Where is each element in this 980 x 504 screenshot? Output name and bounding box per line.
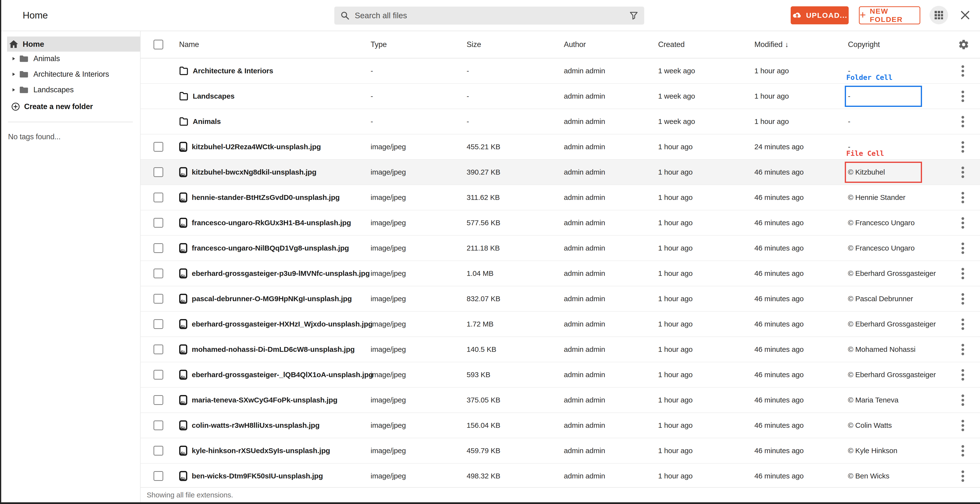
table-row[interactable]: ben-wicks-Dtm9FK50sIU-unsplash.jpg image…	[141, 464, 980, 487]
row-checkbox[interactable]	[154, 243, 163, 253]
kebab-menu-icon[interactable]	[960, 165, 966, 179]
kebab-menu-icon[interactable]	[960, 418, 966, 433]
kebab-menu-icon[interactable]	[960, 444, 966, 458]
kebab-menu-icon[interactable]	[960, 266, 966, 281]
kebab-menu-icon[interactable]	[960, 317, 966, 331]
sidebar-item-animals[interactable]: Animals	[1, 51, 140, 67]
row-name[interactable]: eberhard-grossgasteiger-HXHzI_Wjxdo-unsp…	[192, 320, 372, 328]
kebab-menu-icon[interactable]	[960, 140, 966, 154]
kebab-menu-icon[interactable]	[960, 190, 966, 205]
create-new-folder-button[interactable]: Create a new folder	[1, 99, 140, 114]
column-header-name[interactable]: Name	[179, 31, 371, 58]
table-row[interactable]: eberhard-grossgasteiger-HXHzI_Wjxdo-unsp…	[141, 312, 980, 337]
row-name[interactable]: kitzbuhel-bwcxNg8dkil-unsplash.jpg	[192, 168, 317, 176]
table-row[interactable]: francesco-ungaro-NilBQqD1Vg8-unsplash.jp…	[141, 236, 980, 261]
column-header-size[interactable]: Size	[467, 31, 564, 58]
kebab-menu-icon[interactable]	[960, 64, 966, 78]
copyright-cell: © Eberhard Grossgasteiger	[848, 362, 958, 387]
table-row[interactable]: pascal-debrunner-O-MG9HpNKgI-unsplash.jp…	[141, 286, 980, 312]
table-row[interactable]: Animals - - admin admin 1 week ago 1 hou…	[141, 109, 980, 135]
row-name[interactable]: maria-teneva-SXwCyG4FoPk-unsplash.jpg	[192, 396, 337, 404]
row-checkbox[interactable]	[154, 395, 163, 405]
sidebar-divider	[8, 122, 133, 122]
kebab-menu-icon[interactable]	[960, 292, 966, 306]
row-name[interactable]: Architecture & Interiors	[193, 67, 273, 75]
row-name[interactable]: pascal-debrunner-O-MG9HpNKgI-unsplash.jp…	[192, 295, 352, 303]
type-cell: image/jpeg	[371, 337, 467, 362]
column-header-created[interactable]: Created	[658, 31, 754, 58]
column-header-modified[interactable]: Modified ↓	[754, 31, 848, 58]
row-name[interactable]: colin-watts-r3wH8lliUxs-unsplash.jpg	[192, 421, 320, 430]
row-name[interactable]: eberhard-grossgasteiger-_lQB4QlX1oA-unsp…	[192, 371, 373, 379]
table-row[interactable]: kyle-hinkson-rXSUedxSyIs-unsplash.jpg im…	[141, 438, 980, 464]
caret-right-icon[interactable]	[12, 57, 15, 61]
kebab-menu-icon[interactable]	[960, 114, 966, 129]
upload-button-label: UPLOAD...	[806, 11, 848, 19]
kebab-menu-icon[interactable]	[960, 89, 966, 103]
row-name[interactable]: Landscapes	[193, 92, 234, 100]
caret-right-icon[interactable]	[12, 88, 15, 92]
sidebar-item-landscapes[interactable]: Landscapes	[1, 82, 140, 98]
row-name[interactable]: ben-wicks-Dtm9FK50sIU-unsplash.jpg	[192, 472, 323, 480]
search-bar[interactable]	[334, 6, 644, 25]
row-checkbox[interactable]	[154, 294, 163, 304]
table-row[interactable]: mohamed-nohassi-Di-DmLD6cW8-unsplash.jpg…	[141, 337, 980, 362]
row-name[interactable]: eberhard-grossgasteiger-p3u9-lMVNfc-unsp…	[192, 269, 370, 277]
close-button[interactable]	[956, 6, 974, 24]
table-row[interactable]: Landscapes - - admin admin 1 week ago 1 …	[141, 84, 980, 109]
table-row[interactable]: maria-teneva-SXwCyG4FoPk-unsplash.jpg im…	[141, 388, 980, 413]
kebab-menu-icon[interactable]	[960, 393, 966, 407]
row-name[interactable]: hennie-stander-BtHtZsGvdD0-unsplash.jpg	[192, 193, 340, 201]
row-checkbox[interactable]	[154, 167, 163, 177]
row-checkbox[interactable]	[154, 420, 163, 430]
kebab-menu-icon[interactable]	[960, 241, 966, 255]
row-checkbox[interactable]	[154, 269, 163, 278]
row-checkbox[interactable]	[154, 446, 163, 456]
grid-view-toggle-button[interactable]	[929, 6, 948, 24]
table-row[interactable]: colin-watts-r3wH8lliUxs-unsplash.jpg ima…	[141, 413, 980, 438]
gear-icon[interactable]	[958, 39, 969, 50]
table-row[interactable]: hennie-stander-BtHtZsGvdD0-unsplash.jpg …	[141, 185, 980, 210]
created-cell: 1 hour ago	[658, 388, 754, 412]
row-name[interactable]: francesco-ungaro-NilBQqD1Vg8-unsplash.jp…	[192, 244, 349, 252]
column-header-author[interactable]: Author	[564, 31, 658, 58]
table-row[interactable]: francesco-ungaro-RkGUx3H1-B4-unsplash.jp…	[141, 210, 980, 236]
new-folder-button[interactable]: + NEW FOLDER	[859, 6, 920, 24]
row-checkbox[interactable]	[154, 193, 163, 202]
created-cell: 1 hour ago	[658, 261, 754, 286]
row-name[interactable]: francesco-ungaro-RkGUx3H1-B4-unsplash.jp…	[192, 219, 351, 227]
search-input[interactable]	[355, 11, 624, 20]
column-header-copyright[interactable]: Copyright	[848, 31, 958, 58]
type-cell: image/jpeg	[371, 388, 467, 412]
created-cell: 1 hour ago	[658, 464, 754, 487]
filter-icon[interactable]	[630, 11, 638, 20]
table-row[interactable]: eberhard-grossgasteiger-_lQB4QlX1oA-unsp…	[141, 362, 980, 388]
size-cell: 156.04 KB	[467, 413, 564, 438]
row-checkbox[interactable]	[154, 218, 163, 228]
row-checkbox[interactable]	[154, 370, 163, 380]
caret-right-icon[interactable]	[12, 72, 15, 76]
column-header-type[interactable]: Type	[371, 31, 467, 58]
created-cell: 1 hour ago	[658, 185, 754, 210]
search-icon	[340, 11, 349, 20]
type-cell: image/jpeg	[371, 362, 467, 387]
modified-cell: 46 minutes ago	[754, 185, 848, 210]
row-name[interactable]: mohamed-nohassi-Di-DmLD6cW8-unsplash.jpg	[192, 345, 355, 353]
row-checkbox[interactable]	[154, 142, 163, 152]
row-checkbox[interactable]	[154, 471, 163, 481]
row-name[interactable]: kyle-hinkson-rXSUedxSyIs-unsplash.jpg	[192, 447, 330, 455]
upload-button[interactable]: UPLOAD...	[791, 6, 849, 24]
row-checkbox[interactable]	[154, 319, 163, 329]
kebab-menu-icon[interactable]	[960, 216, 966, 230]
kebab-menu-icon[interactable]	[960, 342, 966, 357]
row-name[interactable]: kitzbuhel-U2Reza4WCtk-unsplash.jpg	[192, 143, 321, 151]
row-name[interactable]: Animals	[193, 117, 221, 126]
kebab-menu-icon[interactable]	[960, 368, 966, 382]
sidebar-item-architecture-interiors[interactable]: Architecture & Interiors	[1, 67, 140, 82]
kebab-menu-icon[interactable]	[960, 469, 966, 483]
table-row[interactable]: kitzbuhel-bwcxNg8dkil-unsplash.jpg image…	[141, 160, 980, 185]
select-all-checkbox[interactable]	[154, 40, 163, 49]
table-row[interactable]: eberhard-grossgasteiger-p3u9-lMVNfc-unsp…	[141, 261, 980, 286]
row-checkbox[interactable]	[154, 344, 163, 354]
sidebar-item-home[interactable]: Home	[7, 36, 140, 52]
